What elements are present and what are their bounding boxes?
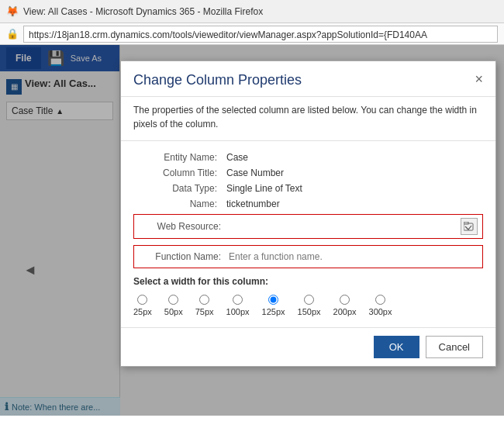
width-label-100: 100px <box>226 307 250 316</box>
column-title-label: Column Title: <box>133 167 226 178</box>
width-option-25[interactable]: 25px <box>133 295 152 316</box>
main-area: File 💾 Save As ▦ View: All Cas... Case T… <box>0 45 504 416</box>
name-row: Name: ticketnumber <box>133 199 483 209</box>
width-radio-300[interactable] <box>375 295 385 305</box>
column-title-row: Column Title: Case Number <box>133 167 483 178</box>
width-radio-200[interactable] <box>340 295 350 305</box>
width-label-200: 200px <box>333 307 357 316</box>
web-resource-input[interactable] <box>227 219 461 234</box>
width-option-200[interactable]: 200px <box>333 295 357 316</box>
modal-title: Change Column Properties <box>133 72 302 88</box>
lock-icon: 🔒 <box>6 28 19 40</box>
data-type-label: Data Type: <box>133 183 226 194</box>
web-resource-row: Web Resource: <box>133 214 483 239</box>
browse-button[interactable] <box>461 218 478 235</box>
data-type-row: Data Type: Single Line of Text <box>133 183 483 194</box>
width-label-25: 25px <box>133 307 152 316</box>
cancel-button[interactable]: Cancel <box>426 336 483 358</box>
ok-button[interactable]: OK <box>374 336 419 358</box>
column-title-value: Case Number <box>226 167 284 178</box>
width-radio-100[interactable] <box>233 295 243 305</box>
width-section: Select a width for this column: 25px 50p… <box>133 276 483 316</box>
width-label-125: 125px <box>262 307 285 316</box>
width-radio-125[interactable] <box>268 295 278 305</box>
modal-header: Change Column Properties × <box>121 61 495 97</box>
browse-icon <box>464 222 475 231</box>
function-name-row: Function Name: <box>133 245 483 268</box>
browser-favicon: 🦊 <box>6 5 19 17</box>
width-radio-150[interactable] <box>304 295 314 305</box>
width-radio-25[interactable] <box>137 295 147 305</box>
width-radio-75[interactable] <box>199 295 209 305</box>
browser-titlebar: 🦊 View: All Cases - Microsoft Dynamics 3… <box>0 0 504 23</box>
function-name-label: Function Name: <box>139 251 227 262</box>
modal-footer: OK Cancel <box>121 327 495 366</box>
width-option-50[interactable]: 50px <box>164 295 183 316</box>
modal-description: The properties of the selected column ar… <box>121 97 495 141</box>
close-button[interactable]: × <box>475 72 483 86</box>
width-option-125[interactable]: 125px <box>262 295 285 316</box>
address-bar: 🔒 https://18jan18.crm.dynamics.com/tools… <box>0 23 504 45</box>
entity-name-row: Entity Name: Case <box>133 152 483 163</box>
width-label-75: 75px <box>195 307 214 316</box>
name-value: ticketnumber <box>226 199 280 209</box>
change-column-properties-dialog: Change Column Properties × The propertie… <box>120 60 496 367</box>
modal-body: Entity Name: Case Column Title: Case Num… <box>121 141 495 327</box>
width-section-label: Select a width for this column: <box>133 276 483 287</box>
data-type-value: Single Line of Text <box>226 183 302 194</box>
web-resource-label: Web Resource: <box>139 221 227 232</box>
entity-name-label: Entity Name: <box>133 152 226 163</box>
width-label-150: 150px <box>298 307 321 316</box>
entity-name-value: Case <box>226 152 248 163</box>
function-name-input[interactable] <box>227 249 478 264</box>
width-option-75[interactable]: 75px <box>195 295 214 316</box>
browser-title: View: All Cases - Microsoft Dynamics 365… <box>23 6 263 17</box>
url-field[interactable]: https://18jan18.crm.dynamics.com/tools/v… <box>23 26 498 43</box>
name-label: Name: <box>133 199 226 209</box>
width-label-50: 50px <box>164 307 183 316</box>
svg-rect-1 <box>464 222 468 224</box>
width-options: 25px 50px 75px 100px <box>133 295 483 316</box>
width-option-300[interactable]: 300px <box>369 295 392 316</box>
width-label-300: 300px <box>369 307 392 316</box>
width-radio-50[interactable] <box>168 295 178 305</box>
width-option-150[interactable]: 150px <box>298 295 321 316</box>
width-option-100[interactable]: 100px <box>226 295 250 316</box>
